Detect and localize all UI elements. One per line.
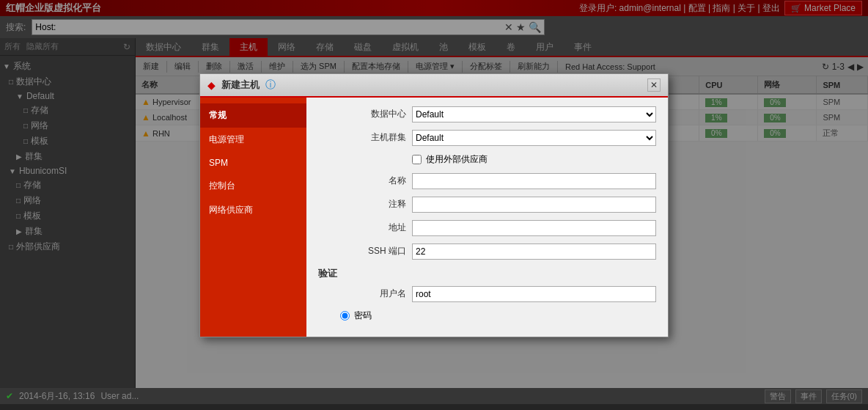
modal-form: 数据中心 Default 主机群集 Default 使用外部供应商 — [306, 98, 668, 337]
cluster-select[interactable]: Default — [412, 130, 656, 146]
form-row-comment: 注释 — [318, 197, 656, 213]
username-input[interactable] — [412, 286, 656, 302]
username-label: 用户名 — [318, 288, 406, 300]
menu-item-console[interactable]: 控制台 — [200, 174, 306, 198]
datacenter-select[interactable]: Default — [412, 106, 656, 122]
ssh-port-label: SSH 端口 — [318, 245, 406, 257]
auth-section-title: 验证 — [318, 267, 656, 280]
modal-title-icon: ◆ — [207, 79, 216, 91]
ssh-port-input[interactable] — [412, 244, 656, 260]
form-row-datacenter: 数据中心 Default — [318, 106, 656, 122]
new-host-modal: ◆ 新建主机 ⓘ ✕ 常规 电源管理 SPM 控制台 网络供应商 数据中心 De… — [199, 73, 669, 337]
modal-header: ◆ 新建主机 ⓘ ✕ — [200, 74, 668, 98]
address-input[interactable] — [412, 220, 656, 236]
info-icon: ⓘ — [265, 78, 276, 92]
form-row-external-provider: 使用外部供应商 — [318, 153, 656, 166]
modal-overlay: ◆ 新建主机 ⓘ ✕ 常规 电源管理 SPM 控制台 网络供应商 数据中心 De… — [0, 0, 868, 410]
menu-item-network-provider[interactable]: 网络供应商 — [200, 198, 306, 222]
address-label: 地址 — [318, 222, 406, 234]
modal-close-button[interactable]: ✕ — [647, 78, 661, 92]
cluster-label: 主机群集 — [318, 131, 406, 144]
name-label: 名称 — [318, 175, 406, 187]
name-input[interactable] — [412, 173, 656, 189]
form-row-name: 名称 — [318, 173, 656, 189]
form-row-ssh-port: SSH 端口 — [318, 244, 656, 260]
comment-label: 注释 — [318, 198, 406, 211]
comment-input[interactable] — [412, 197, 656, 213]
modal-body: 常规 电源管理 SPM 控制台 网络供应商 数据中心 Default 主机群集 — [200, 98, 668, 337]
modal-menu: 常规 电源管理 SPM 控制台 网络供应商 — [200, 98, 306, 337]
external-provider-label: 使用外部供应商 — [426, 153, 488, 166]
datacenter-label: 数据中心 — [318, 108, 406, 120]
menu-item-spm[interactable]: SPM — [200, 152, 306, 174]
menu-item-power[interactable]: 电源管理 — [200, 128, 306, 152]
external-provider-checkbox[interactable] — [412, 155, 422, 164]
password-label: 密码 — [354, 310, 372, 322]
form-row-password: 密码 — [318, 310, 656, 322]
password-radio[interactable] — [340, 311, 350, 321]
form-row-cluster: 主机群集 Default — [318, 130, 656, 146]
form-row-username: 用户名 — [318, 286, 656, 302]
modal-title: 新建主机 — [221, 78, 260, 92]
form-row-address: 地址 — [318, 220, 656, 236]
menu-item-general[interactable]: 常规 — [200, 103, 306, 128]
